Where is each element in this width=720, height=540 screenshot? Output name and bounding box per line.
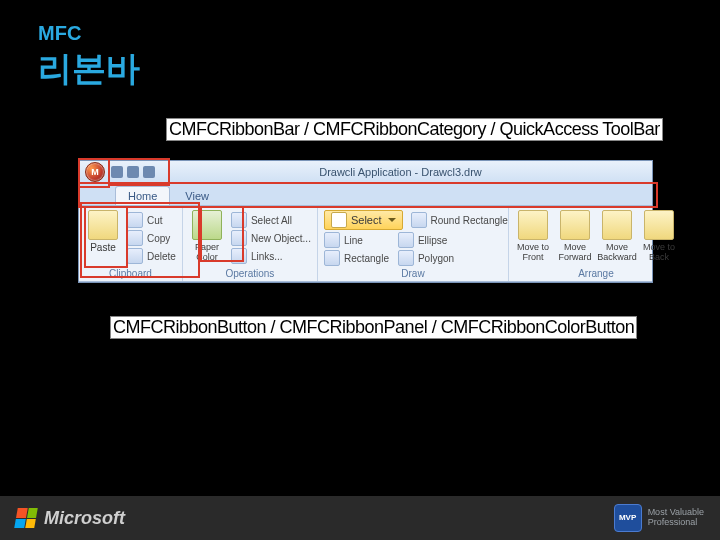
rectangle-button[interactable]: Rectangle [324, 250, 390, 266]
copy-label: Copy [147, 233, 170, 244]
line-button[interactable]: Line [324, 232, 390, 248]
cut-button[interactable]: Cut [127, 212, 176, 228]
quick-access-toolbar[interactable] [111, 166, 155, 178]
slide: MFC 리본바 CMFCRibbonBar / CMFCRibbonCatego… [0, 0, 720, 540]
move-forward-button[interactable]: Move Forward [557, 210, 593, 266]
ribbon-tabs: Home View [79, 184, 652, 205]
panel-draw: Select Round Rectangle Line Ellipse Rect… [318, 206, 509, 281]
panel-clipboard: Paste Cut Copy Delete Clipboard [79, 206, 183, 281]
mvp-line2: Professional [648, 518, 704, 528]
panel-title: Draw [324, 266, 502, 279]
links-label: Links... [251, 251, 283, 262]
new-object-icon [231, 230, 247, 246]
header-big: 리본바 [38, 46, 140, 92]
select-all-label: Select All [251, 215, 292, 226]
paste-label: Paste [90, 242, 116, 253]
callout-label-top: CMFCRibbonBar / CMFCRibbonCategory / Qui… [166, 118, 663, 141]
panel-arrange: Move to Front Move Forward Move Backward… [509, 206, 683, 281]
cut-icon [127, 212, 143, 228]
panel-title: Clipboard [85, 266, 176, 279]
microsoft-flag-icon [14, 508, 38, 528]
chevron-down-icon [388, 218, 396, 222]
links-button[interactable]: Links... [231, 248, 311, 264]
delete-icon [127, 248, 143, 264]
panel-title: Operations [189, 266, 311, 279]
round-rect-button[interactable]: Round Rectangle [411, 210, 508, 230]
rectangle-label: Rectangle [344, 253, 389, 264]
move-front-label: Move to Front [515, 242, 551, 262]
move-back-button[interactable]: Move to Back [641, 210, 677, 266]
new-object-label: New Object... [251, 233, 311, 244]
round-rect-label: Round Rectangle [431, 215, 508, 226]
footer: Microsoft MVP Most Valuable Professional [0, 496, 720, 540]
callout-label-bottom: CMFCRibbonButton / CMFCRibbonPanel / CMF… [110, 316, 637, 339]
paper-color-icon [192, 210, 222, 240]
copy-icon [127, 230, 143, 246]
mvp-badge-icon: MVP [614, 504, 642, 532]
copy-button[interactable]: Copy [127, 230, 176, 246]
move-backward-label: Move Backward [597, 242, 637, 262]
qat-icon[interactable] [127, 166, 139, 178]
line-label: Line [344, 235, 363, 246]
paste-button[interactable]: Paste [85, 210, 121, 266]
ribbon-body: Paste Cut Copy Delete Clipboard Paper Co… [79, 205, 652, 282]
links-icon [231, 248, 247, 264]
panel-operations: Paper Color Select All New Object... Lin… [183, 206, 318, 281]
rectangle-icon [324, 250, 340, 266]
new-object-button[interactable]: New Object... [231, 230, 311, 246]
polygon-button[interactable]: Polygon [398, 250, 454, 266]
move-front-icon [518, 210, 548, 240]
mvp-badge-group: MVP Most Valuable Professional [614, 504, 704, 532]
ellipse-icon [398, 232, 414, 248]
select-all-icon [231, 212, 247, 228]
move-front-button[interactable]: Move to Front [515, 210, 551, 266]
delete-button[interactable]: Delete [127, 248, 176, 264]
move-forward-label: Move Forward [557, 242, 593, 262]
qat-icon[interactable] [111, 166, 123, 178]
move-forward-icon [560, 210, 590, 240]
select-tool-button[interactable]: Select [324, 210, 403, 230]
polygon-icon [398, 250, 414, 266]
ellipse-button[interactable]: Ellipse [398, 232, 447, 248]
round-rect-icon [411, 212, 427, 228]
ellipse-label: Ellipse [418, 235, 447, 246]
paste-icon [88, 210, 118, 240]
microsoft-logo: Microsoft [16, 508, 125, 529]
application-orb[interactable]: M [85, 162, 105, 182]
window-title: Drawcli Application - Drawcl3.drw [155, 166, 646, 178]
qat-icon[interactable] [143, 166, 155, 178]
tab-view[interactable]: View [172, 186, 222, 205]
header-small: MFC [38, 22, 81, 45]
ribbon-app-window: M Drawcli Application - Drawcl3.drw Home… [78, 160, 653, 283]
paper-color-button[interactable]: Paper Color [189, 210, 225, 266]
polygon-label: Polygon [418, 253, 454, 264]
select-all-button[interactable]: Select All [231, 212, 311, 228]
move-back-icon [644, 210, 674, 240]
tab-home[interactable]: Home [115, 186, 170, 205]
move-backward-icon [602, 210, 632, 240]
move-back-label: Move to Back [641, 242, 677, 262]
panel-title: Arrange [515, 266, 677, 279]
line-icon [324, 232, 340, 248]
microsoft-brand-text: Microsoft [44, 508, 125, 529]
select-label: Select [351, 214, 382, 226]
paper-color-label: Paper Color [189, 242, 225, 262]
delete-label: Delete [147, 251, 176, 262]
move-backward-button[interactable]: Move Backward [599, 210, 635, 266]
title-bar: M Drawcli Application - Drawcl3.drw [79, 161, 652, 184]
cut-label: Cut [147, 215, 163, 226]
pointer-icon [331, 212, 347, 228]
